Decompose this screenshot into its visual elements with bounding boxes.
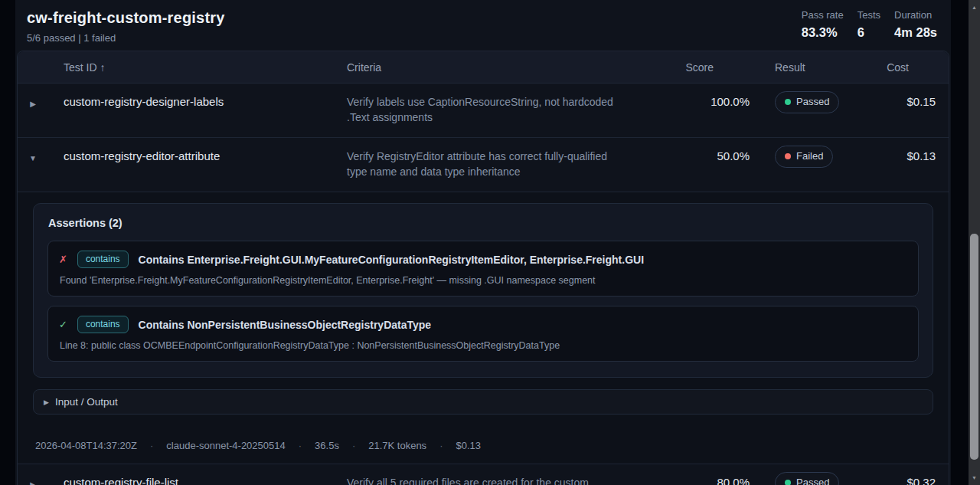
column-header-cost[interactable]: Cost [878, 61, 949, 74]
status-label: Failed [796, 149, 823, 164]
content-panel: cw-freight-custom-registry 5/6 passed | … [15, 0, 951, 485]
run-metadata: 2026-04-08T14:37:20Z · claude-sonnet-4-2… [33, 440, 933, 451]
expand-caret-icon[interactable]: ▶ [18, 84, 48, 137]
expand-caret-icon[interactable]: ▶ [18, 464, 48, 485]
column-header-result[interactable]: Result [756, 61, 878, 74]
dot-separator: · [150, 440, 153, 451]
assertion-head: ✗ contains Contains Enterprise.Freight.G… [59, 251, 907, 268]
pass-dot-icon [785, 480, 791, 485]
status-label: Passed [796, 475, 829, 485]
status-badge: Passed [775, 472, 839, 485]
fail-dot-icon [785, 153, 791, 159]
test-score: 100.0% [644, 84, 756, 137]
column-header-score[interactable]: Score [644, 61, 756, 74]
column-header-criteria[interactable]: Criteria [332, 61, 644, 74]
collapse-caret-icon[interactable]: ▼ [18, 138, 48, 192]
result-cell: Passed [756, 464, 878, 485]
test-cost: $0.32 [878, 464, 949, 485]
table-row-designer-labels[interactable]: ▶ custom-registry-designer-labels Verify… [18, 84, 949, 137]
token-count: 21.7K tokens [368, 440, 426, 451]
test-cost: $0.15 [878, 84, 949, 137]
assertion-list: ✗ contains Contains Enterprise.Freight.G… [47, 241, 919, 362]
table-row-file-list[interactable]: ▶ custom-registry-file-list Verify all 5… [18, 464, 949, 485]
page-title: cw-freight-custom-registry [27, 9, 225, 27]
stat-label: Duration [894, 9, 937, 21]
test-run-page: cw-freight-custom-registry 5/6 passed | … [0, 0, 980, 485]
assertion-pass-icon: ✓ [59, 319, 67, 330]
table-row-editor-attribute[interactable]: ▼ custom-registry-editor-attribute Verif… [18, 137, 949, 192]
results-table: Test ID↑ Criteria Score Result Cost ▶ cu… [17, 51, 949, 485]
input-output-label: Input / Output [55, 396, 118, 408]
status-label: Passed [796, 94, 829, 110]
input-output-toggle[interactable]: ▶ Input / Output [33, 389, 933, 415]
sort-ascending-icon[interactable]: ↑ [100, 61, 106, 74]
model-name: claude-sonnet-4-20250514 [166, 440, 285, 451]
assertion-title: Contains NonPersistentBusinessObjectRegi… [139, 319, 432, 331]
assertion-detail: Line 8: public class OCMBEEndpointConfig… [59, 340, 907, 351]
stat-value: 6 [858, 25, 880, 40]
run-header: cw-freight-custom-registry 5/6 passed | … [15, 0, 951, 44]
assertion-fail-icon: ✗ [59, 254, 67, 265]
assertion-detail: Found 'Enterprise.Freight.MyFeatureConfi… [59, 275, 907, 286]
stat-tests: Tests 6 [858, 9, 880, 40]
test-id: custom-registry-editor-attribute [48, 138, 332, 192]
scroll-up-arrow-icon[interactable]: ▲ [969, 1, 980, 13]
timestamp: 2026-04-08T14:37:20Z [35, 440, 137, 451]
matcher-badge: contains [77, 251, 129, 268]
column-header-test-id[interactable]: Test ID↑ [48, 61, 332, 74]
run-stats: Pass rate 83.3% Tests 6 Duration 4m 28s [802, 9, 937, 40]
test-score: 80.0% [644, 464, 756, 485]
table-header-row: Test ID↑ Criteria Score Result Cost [18, 51, 949, 84]
dot-separator: · [352, 440, 355, 451]
test-criteria: Verify labels use CaptionResourceString,… [332, 84, 644, 137]
status-badge: Failed [775, 146, 833, 168]
stat-value: 83.3% [802, 25, 844, 40]
stat-label: Tests [858, 9, 880, 21]
assertions-panel: Assertions (2) ✗ contains Contains Enter… [33, 203, 933, 378]
result-cell: Passed [756, 84, 878, 137]
scrollbar-thumb[interactable] [970, 234, 978, 460]
cost: $0.13 [456, 440, 481, 451]
assertion-title: Contains Enterprise.Freight.GUI.MyFeatur… [139, 254, 644, 266]
test-criteria: Verify all 5 required files are created … [332, 464, 644, 485]
caret-right-icon: ▶ [44, 398, 49, 406]
result-cell: Failed [756, 138, 878, 192]
status-badge: Passed [775, 91, 839, 113]
scroll-down-arrow-icon[interactable]: ▼ [969, 471, 980, 483]
pass-summary: 5/6 passed | 1 failed [27, 32, 225, 44]
stat-duration: Duration 4m 28s [894, 9, 937, 40]
test-criteria: Verify RegistryEditor attribute has corr… [332, 138, 644, 192]
assertion-card-failed: ✗ contains Contains Enterprise.Freight.G… [47, 241, 919, 297]
dot-separator: · [439, 440, 443, 451]
pass-dot-icon [785, 99, 791, 105]
test-cost: $0.13 [878, 138, 949, 192]
assertion-head: ✓ contains Contains NonPersistentBusines… [59, 316, 907, 333]
stat-label: Pass rate [802, 9, 844, 21]
stat-value: 4m 28s [894, 25, 937, 40]
column-label: Test ID [64, 61, 97, 74]
duration: 36.5s [315, 440, 339, 451]
matcher-badge: contains [77, 316, 129, 333]
test-id: custom-registry-designer-labels [48, 84, 332, 137]
test-id: custom-registry-file-list [48, 464, 332, 485]
stat-pass-rate: Pass rate 83.3% [802, 9, 844, 40]
run-title-block: cw-freight-custom-registry 5/6 passed | … [27, 9, 225, 44]
assertion-card-passed: ✓ contains Contains NonPersistentBusines… [47, 306, 919, 362]
dot-separator: · [299, 440, 302, 451]
expanded-test-detail: Assertions (2) ✗ contains Contains Enter… [18, 192, 949, 464]
assertions-title: Assertions (2) [48, 217, 919, 229]
test-score: 50.0% [644, 138, 756, 192]
vertical-scrollbar[interactable]: ▲ ▼ [969, 0, 980, 485]
